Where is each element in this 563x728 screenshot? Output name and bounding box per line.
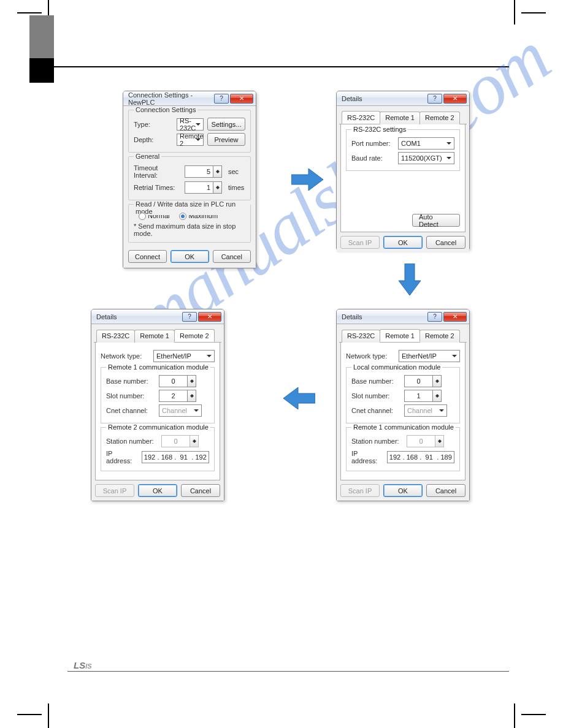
connection-settings-dialog: Connection Settings - NewPLC ? ✕ Connect… (123, 91, 256, 268)
close-button[interactable]: ✕ (230, 94, 253, 104)
retrial-spinner[interactable]: 1 (185, 181, 222, 194)
base-spinner[interactable]: 0 (404, 375, 442, 387)
station-label: Station number: (106, 438, 158, 445)
close-button[interactable]: ✕ (443, 312, 467, 322)
details-remote1-dialog: Details ?✕ RS-232C Remote 1 Remote 2 Net… (336, 309, 470, 501)
ok-button[interactable]: OK (170, 250, 209, 263)
cnet-combo: Channel (404, 404, 447, 417)
close-button[interactable]: ✕ (198, 312, 221, 322)
titlebar[interactable]: Details ?✕ (337, 309, 469, 324)
ip-label: IP address: (106, 450, 138, 464)
titlebar[interactable]: Details ?✕ (91, 309, 224, 324)
footer-logo: LSIS (74, 660, 92, 670)
tab-remote2[interactable]: Remote 2 (419, 112, 460, 124)
timeout-label: Timeout Interval: (134, 164, 181, 179)
group-legend: General (134, 153, 161, 160)
tab-rs232c[interactable]: RS-232C (96, 330, 135, 343)
cancel-button[interactable]: Cancel (426, 484, 465, 497)
svg-marker-2 (283, 387, 315, 409)
cancel-button[interactable]: Cancel (426, 236, 465, 249)
group-legend: Remote 1 communication module (106, 363, 210, 371)
remote1-comm-group: Remote 1 communication module Station nu… (346, 427, 460, 471)
ip-address-field[interactable]: 192.168.91.192 (142, 451, 209, 463)
base-label: Base number: (106, 377, 155, 385)
group-legend: Remote 1 communication module (351, 423, 456, 431)
svg-marker-1 (399, 264, 421, 295)
tab-rs232c[interactable]: RS-232C (342, 330, 380, 343)
slot-spinner[interactable]: 1 (404, 390, 442, 402)
base-label: Base number: (351, 377, 400, 385)
titlebar[interactable]: Connection Settings - NewPLC ? ✕ (123, 91, 256, 106)
dialog-title: Details (342, 313, 427, 320)
help-button[interactable]: ? (182, 312, 197, 322)
network-type-combo[interactable]: EtherNet/IP (153, 350, 215, 362)
tab-remote1[interactable]: Remote 1 (380, 329, 420, 342)
general-group: General Timeout Interval: 5 sec Retrial … (128, 156, 251, 200)
network-type-combo[interactable]: EtherNet/IP (399, 350, 460, 362)
type-label: Type: (134, 121, 173, 128)
retrial-unit: times (228, 184, 245, 191)
retrial-label: Retrial Times: (134, 184, 181, 191)
type-combo[interactable]: RS-232C (177, 118, 204, 131)
close-button[interactable]: ✕ (443, 94, 467, 104)
slot-label: Slot number: (106, 392, 155, 400)
station-spinner: 0 (407, 435, 444, 447)
tab-remote2[interactable]: Remote 2 (174, 329, 215, 342)
footer-rule (67, 671, 509, 672)
ok-button[interactable]: OK (383, 236, 423, 249)
svg-marker-0 (291, 169, 323, 191)
tab-strip: RS-232C Remote 1 Remote 2 (339, 327, 467, 343)
ok-button[interactable]: OK (383, 484, 423, 497)
help-button[interactable]: ? (427, 94, 442, 104)
remote1-comm-group: Remote 1 communication module Base numbe… (101, 367, 215, 423)
page-top-rule (54, 66, 509, 67)
auto-detect-button[interactable]: Auto Detect (412, 214, 460, 227)
preview-button[interactable]: Preview (207, 133, 245, 146)
details-remote2-dialog: Details ?✕ RS-232C Remote 1 Remote 2 Net… (91, 309, 224, 501)
ip-address-field[interactable]: 192.168.91.189 (387, 451, 454, 463)
tab-strip: RS-232C Remote 1 Remote 2 (94, 327, 221, 343)
depth-combo[interactable]: Remote 2 (177, 134, 204, 146)
remote2-comm-group: Remote 2 communication module Station nu… (101, 427, 215, 471)
cnet-combo: Channel (159, 404, 202, 417)
base-spinner[interactable]: 0 (159, 375, 196, 387)
timeout-spinner[interactable]: 5 (185, 165, 222, 178)
readwrite-group: Read / Write data size in PLC run mode N… (128, 204, 251, 243)
ok-button[interactable]: OK (138, 484, 177, 497)
slot-spinner[interactable]: 2 (159, 390, 196, 402)
stop-mode-note: * Send maximum data size in stop mode. (134, 222, 245, 237)
ip-label: IP address: (351, 450, 383, 464)
group-legend: Remote 2 communication module (106, 423, 210, 431)
connect-button[interactable]: Connect (128, 250, 167, 263)
rs232c-settings-group: RS-232C settings Port number:COM1 Baud r… (346, 129, 460, 171)
titlebar[interactable]: Details ?✕ (337, 91, 469, 106)
cnet-label: Cnet channel: (106, 407, 155, 414)
tab-rs232c[interactable]: RS-232C (342, 111, 380, 124)
arrow-right-icon (291, 169, 323, 191)
cancel-button[interactable]: Cancel (213, 250, 251, 263)
timeout-unit: sec (228, 168, 245, 175)
port-combo[interactable]: COM1 (398, 137, 454, 150)
settings-button[interactable]: Settings... (207, 118, 245, 131)
scan-ip-button: Scan IP (95, 484, 134, 497)
tab-remote1[interactable]: Remote 1 (380, 112, 420, 124)
help-button[interactable]: ? (214, 94, 229, 104)
group-legend: Local communication module (351, 363, 442, 371)
cnet-label: Cnet channel: (351, 407, 400, 414)
dialog-title: Connection Settings - NewPLC (128, 91, 214, 106)
tab-remote1[interactable]: Remote 1 (134, 330, 175, 343)
connection-settings-group: Connection Settings Type: RS-232C Settin… (128, 110, 251, 153)
group-legend: Read / Write data size in PLC run mode (134, 200, 250, 215)
dialog-title: Details (96, 313, 182, 320)
arrow-down-icon (399, 264, 421, 295)
help-button[interactable]: ? (427, 312, 442, 322)
tab-remote2[interactable]: Remote 2 (419, 330, 460, 343)
cancel-button[interactable]: Cancel (181, 484, 220, 497)
station-label: Station number: (351, 438, 403, 445)
scan-ip-button: Scan IP (340, 236, 380, 249)
slot-label: Slot number: (351, 392, 400, 400)
local-comm-group: Local communication module Base number:0… (346, 367, 460, 423)
baud-combo[interactable]: 115200(XGT) (398, 152, 454, 164)
dialog-title: Details (342, 95, 427, 102)
group-legend: RS-232C settings (351, 126, 408, 133)
